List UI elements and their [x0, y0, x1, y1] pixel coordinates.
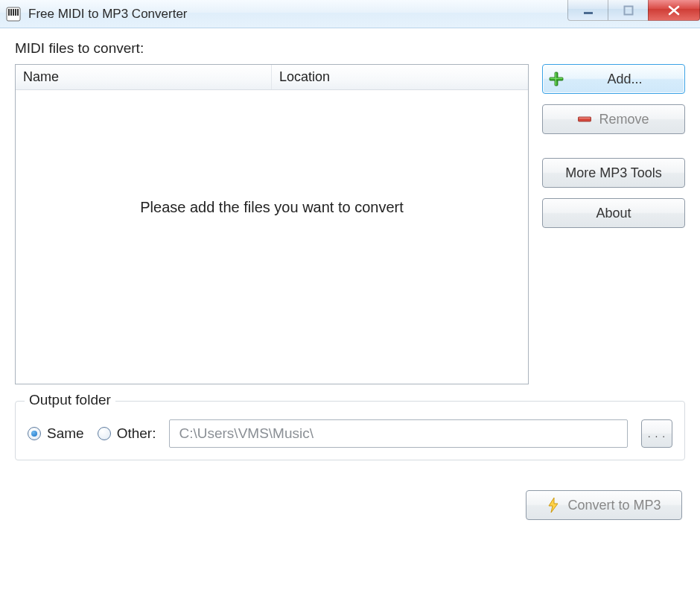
- output-folder-title: Output folder: [25, 392, 115, 408]
- radio-same[interactable]: Same: [28, 425, 84, 442]
- radio-other[interactable]: Other:: [98, 425, 156, 442]
- window-controls: [568, 0, 700, 21]
- file-list-header: Name Location: [16, 65, 528, 90]
- titlebar: Free MIDI to MP3 Converter: [0, 0, 700, 28]
- radio-other-label: Other:: [117, 425, 156, 442]
- column-location[interactable]: Location: [272, 65, 510, 89]
- output-path-input[interactable]: C:\Users\VMS\Music\: [169, 419, 628, 448]
- browse-button-label: . . .: [648, 428, 666, 440]
- radio-same-circle: [28, 427, 41, 440]
- files-to-convert-label: MIDI files to convert:: [15, 40, 685, 57]
- column-spacer: [510, 65, 528, 89]
- minus-icon: [578, 115, 591, 123]
- radio-same-dot: [31, 431, 37, 437]
- svg-rect-11: [550, 78, 563, 79]
- svg-rect-6: [584, 12, 593, 14]
- svg-rect-2: [10, 9, 12, 16]
- about-button-label: About: [596, 206, 631, 221]
- browse-button[interactable]: . . .: [641, 419, 672, 448]
- close-button[interactable]: [648, 0, 700, 21]
- lightning-icon: [547, 497, 560, 513]
- maximize-icon: [623, 5, 634, 16]
- output-path-value: C:\Users\VMS\Music\: [179, 425, 314, 442]
- file-list[interactable]: Name Location Please add the files you w…: [15, 64, 529, 384]
- file-list-body: Please add the files you want to convert: [16, 90, 528, 384]
- side-buttons: Add... Remove More MP3 Tools About: [542, 64, 685, 384]
- svg-rect-4: [15, 9, 16, 16]
- window-title: Free MIDI to MP3 Converter: [28, 7, 188, 22]
- svg-rect-13: [579, 118, 591, 118]
- radio-other-circle: [98, 427, 111, 440]
- add-button-label: Add...: [571, 72, 678, 87]
- svg-rect-9: [550, 77, 563, 80]
- svg-rect-3: [13, 9, 14, 16]
- more-tools-button[interactable]: More MP3 Tools: [542, 158, 685, 188]
- remove-button[interactable]: Remove: [542, 104, 685, 134]
- client-area: MIDI files to convert: Name Location Ple…: [0, 28, 700, 529]
- svg-rect-5: [17, 9, 19, 16]
- output-folder-group: Output folder Same Other: C:\Users\VMS\M…: [15, 401, 685, 460]
- close-icon: [668, 5, 680, 16]
- svg-rect-7: [624, 6, 632, 14]
- footer: Convert to MP3: [15, 490, 685, 520]
- maximize-button[interactable]: [608, 0, 649, 21]
- remove-button-label: Remove: [599, 112, 649, 127]
- convert-button[interactable]: Convert to MP3: [526, 490, 682, 520]
- svg-rect-10: [556, 73, 556, 86]
- file-list-placeholder: Please add the files you want to convert: [140, 199, 404, 216]
- app-icon: [6, 7, 21, 22]
- plus-icon: [549, 72, 564, 86]
- minimize-icon: [583, 5, 594, 16]
- about-button[interactable]: About: [542, 198, 685, 228]
- radio-same-label: Same: [47, 425, 84, 442]
- add-button[interactable]: Add...: [542, 64, 685, 94]
- convert-button-label: Convert to MP3: [567, 498, 661, 513]
- more-tools-button-label: More MP3 Tools: [565, 165, 662, 181]
- column-name[interactable]: Name: [16, 65, 272, 89]
- minimize-button[interactable]: [567, 0, 608, 21]
- svg-rect-1: [8, 9, 10, 16]
